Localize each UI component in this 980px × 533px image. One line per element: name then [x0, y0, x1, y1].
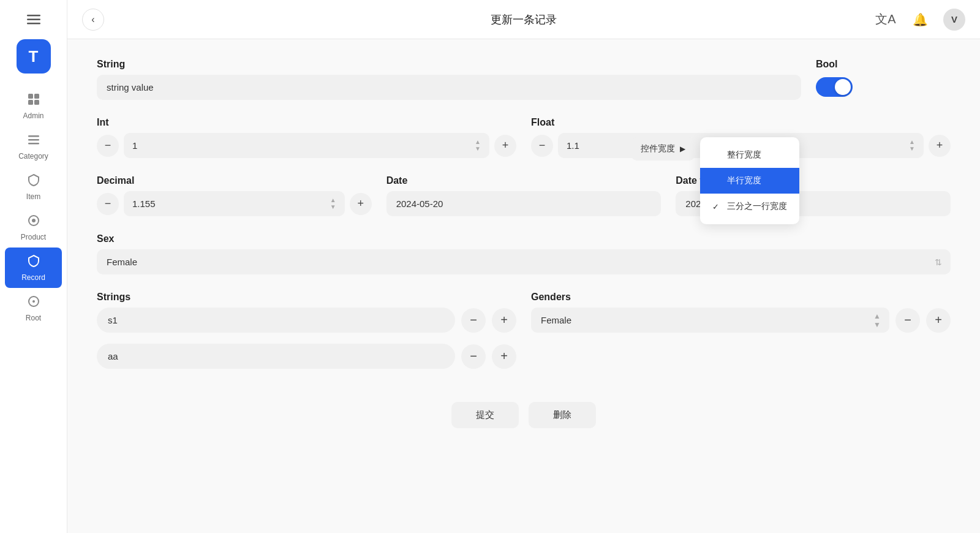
int-increment-button[interactable]: +	[494, 135, 516, 157]
field-decimal: Decimal − 1.155 ▲ ▼ +	[97, 175, 372, 216]
decimal-input-wrap: 1.155 ▲ ▼	[124, 191, 345, 216]
date-input[interactable]	[386, 191, 662, 216]
strings-input-0[interactable]	[97, 308, 455, 333]
decimal-number-field: − 1.155 ▲ ▼ +	[97, 191, 372, 216]
product-icon	[26, 213, 41, 230]
int-value: 1	[132, 140, 137, 151]
bool-label: Bool	[816, 59, 951, 70]
notification-button[interactable]: 🔔	[909, 9, 931, 31]
field-genders: Genders Female Male Other ▲▼	[531, 292, 951, 339]
float-value: 1.1	[567, 140, 579, 151]
app-logo: T	[17, 39, 51, 74]
svg-rect-0	[27, 15, 40, 17]
toggle-knob	[835, 79, 851, 95]
field-strings: Strings − + − +	[97, 292, 516, 375]
string-label: String	[97, 59, 801, 70]
row-decimal-date-datetime: Decimal − 1.155 ▲ ▼ + Da	[97, 175, 951, 216]
genders-select-wrap-0: Female Male Other ▲▼	[531, 308, 889, 333]
translate-icon: 文A	[875, 11, 895, 28]
strings-row-0: − +	[97, 308, 516, 333]
svg-rect-4	[34, 94, 39, 99]
sidebar-item-product[interactable]: Product	[0, 207, 67, 248]
header-actions: 文A 🔔 V	[875, 9, 965, 31]
field-bool: Bool	[816, 59, 951, 100]
genders-add-0-button[interactable]: +	[926, 308, 951, 333]
sidebar-item-root[interactable]: Root	[0, 288, 67, 328]
dropdown-item-half[interactable]: 半行宽度	[700, 168, 799, 194]
delete-button[interactable]: 删除	[529, 402, 596, 428]
sidebar-item-category[interactable]: Category	[0, 126, 67, 167]
sidebar-item-category-label: Category	[18, 152, 48, 161]
half-label: 半行宽度	[727, 175, 761, 186]
decimal-decrement-button[interactable]: −	[97, 193, 119, 215]
float-decrement-button[interactable]: −	[531, 135, 553, 157]
float-label: Float	[531, 117, 951, 128]
menu-button[interactable]	[21, 7, 46, 32]
sidebar-item-item[interactable]: Item	[0, 167, 67, 207]
bell-icon: 🔔	[913, 12, 928, 27]
main-content: ‹ 更新一条记录 文A 🔔 V String Bool	[67, 0, 980, 533]
page-title: 更新一条记录	[491, 12, 557, 27]
item-icon	[26, 173, 41, 190]
translate-button[interactable]: 文A	[875, 9, 897, 31]
admin-icon	[26, 92, 41, 109]
int-arrows[interactable]: ▲ ▼	[475, 139, 481, 152]
svg-rect-3	[28, 94, 33, 99]
width-dropdown-label: 控件宽度	[641, 143, 675, 154]
decimal-increment-button[interactable]: +	[350, 193, 372, 215]
svg-point-13	[32, 300, 35, 303]
action-row: 提交 删除	[97, 392, 951, 438]
back-button[interactable]: ‹	[82, 9, 104, 31]
dropdown-item-full[interactable]: 整行宽度	[700, 142, 799, 168]
user-avatar[interactable]: V	[943, 9, 965, 31]
strings-remove-1-button[interactable]: −	[461, 344, 486, 369]
int-label: Int	[97, 117, 516, 128]
sidebar-item-admin[interactable]: Admin	[0, 86, 67, 126]
strings-row-1: − +	[97, 344, 516, 369]
submit-button[interactable]: 提交	[451, 402, 519, 428]
sidebar-item-record[interactable]: Record	[5, 248, 62, 288]
row-sex: Sex Female Male Other ⇅	[97, 233, 951, 274]
sex-select[interactable]: Female Male Other	[97, 249, 951, 274]
record-icon	[26, 254, 41, 271]
float-arrows[interactable]: ▲ ▼	[909, 139, 915, 152]
strings-add-0-button[interactable]: +	[492, 308, 516, 333]
strings-input-1[interactable]	[97, 344, 455, 369]
width-dropdown-overlay: 控件宽度 ▶ 整行宽度 半行宽度 ✓ 三分之一行宽度	[631, 137, 799, 224]
row-strings-genders: Strings − + − + Genders	[97, 292, 951, 375]
string-input[interactable]	[97, 75, 801, 100]
strings-remove-0-button[interactable]: −	[461, 308, 486, 333]
float-increment-button[interactable]: +	[929, 135, 951, 157]
strings-add-1-button[interactable]: +	[492, 344, 516, 369]
field-date: Date	[386, 175, 662, 216]
int-input-wrap: 1 ▲ ▼	[124, 133, 489, 158]
sidebar-item-item-label: Item	[26, 192, 40, 201]
field-string: String	[97, 59, 801, 100]
svg-rect-8	[28, 139, 39, 141]
field-int: Int − 1 ▲ ▼ +	[97, 117, 516, 158]
sex-label: Sex	[97, 233, 951, 244]
decimal-arrows[interactable]: ▲ ▼	[330, 197, 336, 210]
row-int-float: Int − 1 ▲ ▼ + Float	[97, 117, 951, 158]
svg-rect-6	[34, 100, 39, 105]
width-dropdown-trigger[interactable]: 控件宽度 ▶	[631, 137, 695, 161]
svg-rect-2	[27, 23, 40, 25]
decimal-label: Decimal	[97, 175, 372, 186]
genders-select-0[interactable]: Female Male Other	[531, 308, 889, 333]
int-decrement-button[interactable]: −	[97, 135, 119, 157]
sidebar: T Admin Category Item Product Record	[0, 0, 67, 533]
dropdown-item-third[interactable]: ✓ 三分之一行宽度	[700, 194, 799, 219]
genders-row-0: Female Male Other ▲▼ − +	[531, 308, 951, 333]
root-icon	[26, 294, 41, 311]
form-content: String Bool Int −	[67, 39, 980, 533]
genders-remove-0-button[interactable]: −	[895, 308, 920, 333]
svg-point-11	[32, 219, 36, 222]
third-label: 三分之一行宽度	[727, 201, 787, 212]
sidebar-item-product-label: Product	[21, 233, 46, 241]
svg-rect-9	[28, 143, 39, 145]
bool-toggle[interactable]	[816, 77, 853, 97]
sex-select-wrap: Female Male Other ⇅	[97, 249, 951, 274]
int-number-field: − 1 ▲ ▼ +	[97, 133, 516, 158]
dropdown-arrow-icon: ▶	[680, 145, 685, 153]
page-header: ‹ 更新一条记录 文A 🔔 V	[67, 0, 980, 39]
